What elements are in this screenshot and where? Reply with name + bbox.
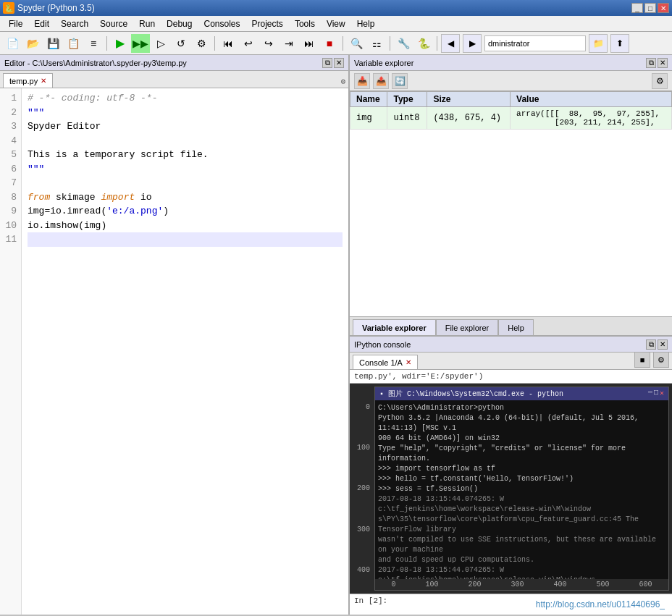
img-win-maximize[interactable]: □ [654,389,658,399]
var-tab-bar: Variable explorer File explorer Help [350,316,672,335]
app-icon: 🐍 [3,2,14,14]
variable-explorer-header: Variable explorer ⧉ ✕ [350,55,672,71]
code-editor[interactable]: 1 2 3 4 5 6 7 8 9 10 11 # -*- coding: ut… [0,88,348,615]
console-prompt: In [2]: [354,596,387,612]
browse-tabs-button[interactable]: ≡ [84,34,103,53]
console-input-area: In [2]: http://blog.csdn.net/u011440696_ [350,594,672,615]
nav-up-button[interactable]: ⬆ [610,34,629,53]
run-selection-button[interactable]: ▷ [151,34,170,53]
var-close-button[interactable]: ✕ [658,58,668,68]
image-titlebar: ▪ 图片 C:\Windows\System32\cmd.exe - pytho… [375,387,668,400]
var-settings-button[interactable]: ⚙ [652,73,668,89]
var-float-button[interactable]: ⧉ [646,58,656,68]
nav-back-button[interactable]: ◀ [441,34,460,53]
app-title: Spyder (Python 3.5) [17,3,95,13]
var-name: img [350,107,387,130]
col-value: Value [511,92,672,107]
watermark: http://blog.csdn.net/u011440696_ [533,596,668,612]
continue-button[interactable]: ⏭ [300,34,319,53]
replace-button[interactable]: ⚏ [367,34,386,53]
nav-forward-button[interactable]: ▶ [463,34,482,53]
variable-toolbar: 📥 📤 🔄 ⚙ [350,71,672,91]
var-import-button[interactable]: 📥 [354,73,370,89]
run-cell-button[interactable]: ▶▶ [131,34,150,53]
console-settings-button[interactable]: ⚙ [653,352,669,368]
menu-projects[interactable]: Projects [246,17,289,30]
nav-path-input[interactable] [484,35,586,51]
variable-table[interactable]: Name Type Size Value img uint8 (438, 675… [350,91,672,316]
menu-edit[interactable]: Edit [28,17,55,30]
console-tab-bar: Console 1/A ✕ ■ ⚙ [350,353,672,370]
step-into-button[interactable]: ↩ [239,34,258,53]
menu-run[interactable]: Run [133,17,161,30]
editor-close-button[interactable]: ✕ [334,58,344,68]
nav-open-button[interactable]: 📁 [589,34,608,53]
tab-file-explorer[interactable]: File explorer [436,319,499,335]
toolbar-separator-5 [437,36,437,51]
find-button[interactable]: 🔍 [347,34,366,53]
menu-file[interactable]: File [3,17,28,30]
x-axis: 0 100 200 300 400 500 600 [375,579,668,590]
menu-source[interactable]: Source [94,17,133,30]
menu-tools[interactable]: Tools [289,17,321,30]
python-button[interactable]: 🐍 [414,34,433,53]
toolbar-separator-4 [390,36,390,51]
table-row[interactable]: img uint8 (438, 675, 4) array([[[ 88, 95… [350,107,672,130]
menu-debug[interactable]: Debug [161,17,198,30]
step-out-button[interactable]: ⇥ [280,34,298,53]
re-run-button[interactable]: ↺ [172,34,190,53]
minimize-button[interactable]: _ [631,3,643,13]
configure-button[interactable]: ⚙ [192,34,211,53]
var-export-button[interactable]: 📤 [373,73,389,89]
console-tab-close[interactable]: ✕ [406,358,411,366]
variable-explorer-title: Variable explorer [354,59,413,67]
editor-tab-bar: temp.py ✕ ⚙ [0,71,348,88]
stop-button[interactable]: ■ [320,34,339,53]
tab-help[interactable]: Help [498,319,534,335]
settings-button[interactable]: 🔧 [394,34,413,53]
col-size: Size [427,92,511,107]
col-type: Type [387,92,427,107]
toolbar: 📄 📂 💾 📋 ≡ ▶ ▶▶ ▷ ↺ ⚙ ⏮ ↩ ↪ ⇥ ⏭ ■ 🔍 ⚏ 🔧 🐍… [0,32,672,55]
nav-bar: ◀ ▶ 📁 ⬆ [441,34,629,53]
console-text-output: C:\Users\Administrator>python Python 3.5… [378,403,665,579]
variable-explorer-panel: Variable explorer ⧉ ✕ 📥 📤 🔄 ⚙ [350,55,672,335]
menu-consoles[interactable]: Consoles [198,17,245,30]
editor-float-button[interactable]: ⧉ [322,58,332,68]
editor-tab-temppy[interactable]: temp.py ✕ [3,73,53,88]
var-value: array([[[ 88, 95, 97, 255], [203, 211, 2… [511,107,672,130]
debugger-button[interactable]: ⏮ [219,34,238,53]
title-bar: 🐍 Spyder (Python 3.5) _ □ ✕ [0,0,672,16]
tab-variable-explorer[interactable]: Variable explorer [353,319,436,335]
menu-search[interactable]: Search [55,17,94,30]
console-title: IPython console [354,340,411,349]
tab-settings-icon[interactable]: ⚙ [340,77,345,86]
console-float-button[interactable]: ⧉ [646,339,656,350]
editor-tab-close[interactable]: ✕ [41,77,46,85]
console-tab-1[interactable]: Console 1/A ✕ [353,355,418,369]
console-close-button[interactable]: ✕ [658,339,668,350]
image-content: C:\Users\Administrator>python Python 3.5… [375,400,668,579]
menu-help[interactable]: Help [351,17,381,30]
console-input[interactable] [390,596,530,612]
var-type: uint8 [387,107,427,130]
image-window-title: ▪ 图片 C:\Windows\System32\cmd.exe - pytho… [379,389,563,399]
editor-header: Editor - C:\Users\Administrator\.spyder-… [0,55,348,71]
console-header: IPython console ⧉ ✕ [350,337,672,353]
console-stop-button[interactable]: ■ [634,352,650,368]
img-win-close[interactable]: ✕ [660,389,664,399]
step-over-button[interactable]: ↪ [259,34,278,53]
open-file-button[interactable]: 📂 [23,34,42,53]
save-button[interactable]: 💾 [43,34,62,53]
toolbar-separator-2 [214,36,215,51]
code-text[interactable]: # -*- coding: utf-8 -*- """ Spyder Edito… [22,88,348,615]
menu-view[interactable]: View [321,17,351,30]
run-button[interactable]: ▶ [111,34,130,53]
maximize-button[interactable]: □ [644,3,656,13]
console-run-line: temp.py', wdir='E:/spyder') [354,372,483,381]
save-all-button[interactable]: 📋 [64,34,83,53]
new-file-button[interactable]: 📄 [3,34,22,53]
img-win-minimize[interactable]: ─ [648,389,652,399]
close-button[interactable]: ✕ [658,3,669,13]
var-refresh-button[interactable]: 🔄 [392,73,408,89]
